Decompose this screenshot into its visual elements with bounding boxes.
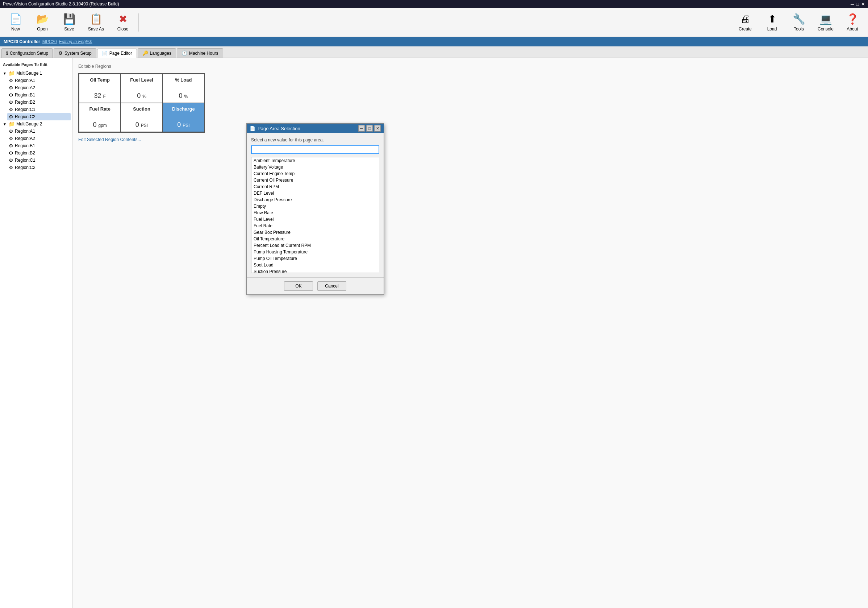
save-button[interactable]: 💾 Save: [56, 10, 82, 35]
tools-button[interactable]: 🔧 Tools: [786, 10, 812, 35]
mg1-c2-label: Region:C2: [15, 114, 36, 119]
toolbar-separator: [138, 13, 139, 31]
gauge-cell-oil-temp[interactable]: Oil Temp 32 F: [79, 74, 121, 103]
fuel-rate-label: Fuel Rate: [82, 106, 117, 112]
titlebar: PowerVision Configuration Studio 2.8.104…: [0, 0, 868, 8]
close-label: Close: [117, 26, 129, 31]
load-button[interactable]: ⬆ Load: [760, 10, 785, 35]
page-area-dialog: 📄 Page Area Selection ─ □ ✕ Select a new…: [246, 123, 384, 295]
editing-link[interactable]: Editing in English: [59, 39, 92, 44]
edit-selected-link[interactable]: Edit Selected Region Contents...: [78, 137, 862, 142]
close-btn[interactable]: ✕: [861, 2, 865, 7]
dialog-list-item[interactable]: Pump Oil Temperature: [251, 255, 379, 262]
sidebar-item-mg2-a2[interactable]: ⚙ Region:A2: [7, 135, 71, 142]
dialog-maximize-btn[interactable]: □: [366, 125, 373, 132]
window-controls: ─ □ ✕: [851, 2, 865, 7]
dialog-list-item[interactable]: Flow Rate: [251, 210, 379, 216]
gear-icon-mg1-b2: ⚙: [9, 100, 13, 105]
toolbar-right: 🖨 Create ⬆ Load 🔧 Tools 💻 Console ❓ Abou…: [733, 10, 865, 35]
sidebar-item-mg2-b1[interactable]: ⚙ Region:B1: [7, 142, 71, 149]
load-icon: ⬆: [768, 13, 777, 25]
dialog-icon: 📄: [250, 126, 256, 131]
multigauge2-label: MultiGauge 2: [16, 121, 42, 126]
sidebar-item-mg1-b1[interactable]: ⚙ Region:B1: [7, 91, 71, 99]
dialog-search-input[interactable]: [251, 145, 379, 154]
sidebar-item-multigauge2[interactable]: ▼ 📁 MultiGauge 2: [2, 120, 71, 128]
tab-machine-hours[interactable]: 🕐 Machine Hours: [177, 48, 223, 58]
fuel-level-unit: %: [143, 94, 146, 99]
dialog-list-item[interactable]: Pump Housing Temperature: [251, 249, 379, 255]
dialog-list-item[interactable]: Percent Load at Current RPM: [251, 242, 379, 249]
sidebar-item-mg1-c1[interactable]: ⚙ Region:C1: [7, 106, 71, 113]
gauge-cell-fuel-level[interactable]: Fuel Level 0 %: [121, 74, 162, 103]
dialog-list-item[interactable]: Ambient Temperature: [251, 157, 379, 164]
dialog-list-item[interactable]: Battery Voltage: [251, 164, 379, 170]
pct-load-label: % Load: [166, 77, 201, 82]
gauge-cell-pct-load[interactable]: % Load 0 %: [163, 74, 204, 103]
sidebar-item-mg1-b2[interactable]: ⚙ Region:B2: [7, 99, 71, 106]
new-button[interactable]: 📄 New: [3, 10, 28, 35]
dialog-list-item[interactable]: Discharge Pressure: [251, 196, 379, 203]
dialog-minimize-btn[interactable]: ─: [358, 125, 365, 132]
open-button[interactable]: 📂 Open: [30, 10, 55, 35]
dialog-close-btn[interactable]: ✕: [374, 125, 381, 132]
create-button[interactable]: 🖨 Create: [733, 10, 758, 35]
maximize-btn[interactable]: □: [856, 2, 859, 7]
mpc-link[interactable]: MPC20: [42, 39, 57, 44]
sidebar: Available Pages To Edit ▼ 📁 MultiGauge 1…: [0, 58, 73, 608]
dialog-list-item[interactable]: Current Oil Pressure: [251, 177, 379, 183]
close-button[interactable]: ✖ Close: [110, 10, 135, 35]
tab-config-setup[interactable]: ℹ Configuration Setup: [2, 48, 53, 58]
gauge-cell-discharge[interactable]: Discharge 0 PSI: [163, 103, 204, 132]
sidebar-item-mg1-a1[interactable]: ⚙ Region:A1: [7, 77, 71, 84]
dialog-list-item[interactable]: DEF Level: [251, 190, 379, 196]
tab-languages[interactable]: 🔑 Languages: [138, 48, 176, 58]
dialog-titlebar: 📄 Page Area Selection ─ □ ✕: [247, 124, 384, 133]
sidebar-item-mg2-b2[interactable]: ⚙ Region:B2: [7, 149, 71, 157]
dialog-cancel-button[interactable]: Cancel: [317, 281, 346, 291]
dialog-ok-button[interactable]: OK: [284, 281, 313, 291]
mg2-a1-label: Region:A1: [15, 129, 35, 134]
sidebar-item-mg2-a1[interactable]: ⚙ Region:A1: [7, 128, 71, 135]
sidebar-item-mg1-a2[interactable]: ⚙ Region:A2: [7, 84, 71, 91]
multigauge1-group: ⚙ Region:A1 ⚙ Region:A2 ⚙ Region:B1 ⚙ Re…: [2, 77, 71, 120]
gear-icon-mg1-c1: ⚙: [9, 107, 13, 112]
dialog-list-item[interactable]: Oil Temperature: [251, 236, 379, 242]
folder-icon-mg1: 📁: [9, 70, 15, 76]
dialog-list-item[interactable]: Current RPM: [251, 183, 379, 190]
mg1-a1-label: Region:A1: [15, 78, 35, 83]
tab-page-editor[interactable]: 📄 Page Editor: [97, 48, 137, 58]
dialog-list-item[interactable]: Empty: [251, 203, 379, 210]
console-button[interactable]: 💻 Console: [813, 10, 838, 35]
dialog-list-item[interactable]: Current Engine Temp: [251, 170, 379, 177]
dialog-list-item[interactable]: Suction Pressure: [251, 268, 379, 273]
fuel-level-value: 0 %: [124, 92, 159, 100]
sidebar-item-multigauge1[interactable]: ▼ 📁 MultiGauge 1: [2, 70, 71, 77]
dialog-list-item[interactable]: Soot Load: [251, 262, 379, 268]
about-label: About: [846, 26, 858, 31]
minimize-btn[interactable]: ─: [851, 2, 854, 7]
save-as-button[interactable]: 📋 Save As: [83, 10, 108, 35]
gauge-cell-fuel-rate[interactable]: Fuel Rate 0 gpm: [79, 103, 121, 132]
gear-icon-mg1-a2: ⚙: [9, 85, 13, 91]
gauge-row-1: Fuel Rate 0 gpm Suction 0 PSI Discharge …: [79, 103, 204, 132]
dialog-instruction: Select a new value for this page area.: [251, 137, 379, 143]
dialog-list[interactable]: Ambient TemperatureBattery VoltageCurren…: [251, 157, 379, 273]
gauge-cell-suction[interactable]: Suction 0 PSI: [121, 103, 162, 132]
about-button[interactable]: ❓ About: [840, 10, 865, 35]
sidebar-item-mg1-c2[interactable]: ⚙ Region:C2: [7, 113, 71, 120]
sidebar-item-mg2-c2[interactable]: ⚙ Region:C2: [7, 164, 71, 171]
page-editor-icon: 📄: [102, 51, 108, 56]
gear-icon-mg2-b2: ⚙: [9, 150, 13, 156]
dialog-list-item[interactable]: Fuel Rate: [251, 222, 379, 229]
create-icon: 🖨: [740, 13, 750, 25]
fuel-level-label: Fuel Level: [124, 77, 159, 82]
discharge-label: Discharge: [166, 106, 201, 112]
dialog-list-item[interactable]: Fuel Level: [251, 216, 379, 222]
tools-label: Tools: [794, 26, 804, 31]
tab-system-setup[interactable]: ⚙ System Setup: [54, 48, 96, 58]
dialog-list-item[interactable]: Gear Box Pressure: [251, 229, 379, 236]
expand-icon-mg2: ▼: [3, 122, 7, 126]
gear-icon-mg1-a1: ⚙: [9, 78, 13, 83]
sidebar-item-mg2-c1[interactable]: ⚙ Region:C1: [7, 157, 71, 164]
